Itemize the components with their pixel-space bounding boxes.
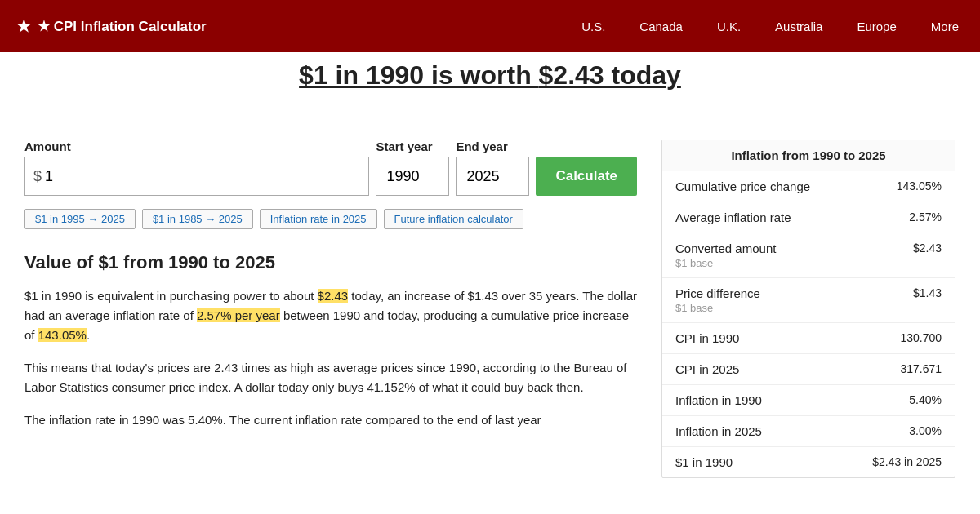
row-label-text: CPI in 2025 xyxy=(675,362,739,376)
row-value: $1.43 xyxy=(913,286,942,299)
title-value: $2.43 xyxy=(539,60,604,90)
start-year-group: Start year xyxy=(376,140,449,196)
table-row: CPI in 2025 317.671 xyxy=(662,354,955,385)
table-row: Inflation in 1990 5.40% xyxy=(662,385,955,416)
table-row: Inflation in 2025 3.00% xyxy=(662,416,955,447)
para1-value2: 2.57% per year xyxy=(197,308,280,322)
row-label-text: CPI in 1990 xyxy=(675,331,739,345)
calculate-button[interactable]: Calculate xyxy=(536,157,637,196)
para1-value3: 143.05% xyxy=(38,328,87,342)
row-value: $2.43 in 2025 xyxy=(872,455,942,468)
row-sublabel: $1 base xyxy=(675,257,776,269)
description-paragraph-3: The inflation rate in 1990 was 5.40%. Th… xyxy=(24,410,637,430)
row-value: $2.43 xyxy=(913,241,942,255)
row-label: $1 in 1990 xyxy=(675,455,733,469)
nav-uk[interactable]: U.K. xyxy=(712,16,746,37)
row-label: Price difference $1 base xyxy=(675,286,760,314)
para1-value1: $2.43 xyxy=(318,289,349,303)
table-row: Cumulative price change 143.05% xyxy=(662,171,955,202)
nav-europe[interactable]: Europe xyxy=(852,16,901,37)
quick-link-1985[interactable]: $1 in 1985 → 2025 xyxy=(142,209,253,229)
main-nav: U.S. Canada U.K. Australia Europe More xyxy=(577,16,964,37)
para1-start: $1 in 1990 is equivalent in purchasing p… xyxy=(24,289,318,303)
inflation-table: Inflation from 1990 to 2025 Cumulative p… xyxy=(662,140,956,478)
row-value: 3.00% xyxy=(909,424,942,437)
row-sublabel: $1 base xyxy=(675,302,760,314)
right-panel: Inflation from 1990 to 2025 Cumulative p… xyxy=(662,140,956,478)
calculator-form: Amount $ Start year End year Calculate xyxy=(24,140,637,196)
amount-input-wrapper: $ xyxy=(24,157,369,196)
dollar-sign: $ xyxy=(33,168,42,185)
quick-link-inflation[interactable]: Inflation rate in 2025 xyxy=(260,209,377,229)
title-prefix: $1 in 1990 is worth xyxy=(299,60,538,90)
end-year-input[interactable] xyxy=(456,157,529,196)
amount-label: Amount xyxy=(24,140,369,153)
row-label: Cumulative price change xyxy=(675,179,810,193)
inflation-table-title: Inflation from 1990 to 2025 xyxy=(662,140,955,171)
description-paragraph-1: $1 in 1990 is equivalent in purchasing p… xyxy=(24,286,637,345)
main-content: Amount $ Start year End year Calculate $… xyxy=(0,123,980,494)
table-row: Average inflation rate 2.57% xyxy=(662,202,955,233)
table-row: Price difference $1 base $1.43 xyxy=(662,278,955,323)
row-label: CPI in 1990 xyxy=(675,331,739,345)
start-year-input[interactable] xyxy=(376,157,449,196)
value-section-title: Value of $1 from 1990 to 2025 xyxy=(24,252,637,273)
table-row: $1 in 1990 $2.43 in 2025 xyxy=(662,447,955,477)
row-label-text: Inflation in 1990 xyxy=(675,393,762,407)
row-label: Converted amount $1 base xyxy=(675,241,776,269)
site-title: ★ CPI Inflation Calculator xyxy=(38,18,207,35)
row-value: 5.40% xyxy=(909,393,942,406)
row-value: 130.700 xyxy=(900,331,942,344)
table-row: Converted amount $1 base $2.43 xyxy=(662,233,955,278)
start-year-label: Start year xyxy=(376,140,449,153)
row-value: 143.05% xyxy=(897,179,942,193)
page-title: $1 in 1990 is worth $2.43 today xyxy=(0,52,980,99)
left-panel: Amount $ Start year End year Calculate $… xyxy=(24,140,637,478)
nav-canada[interactable]: Canada xyxy=(635,16,688,37)
nav-more[interactable]: More xyxy=(926,16,964,37)
end-year-group: End year xyxy=(456,140,529,196)
para1-final: . xyxy=(87,328,90,342)
star-icon: ★ xyxy=(16,16,31,36)
end-year-label: End year xyxy=(456,140,529,153)
row-label-text: Price difference xyxy=(675,286,760,300)
row-value: 2.57% xyxy=(909,210,942,224)
row-value: 317.671 xyxy=(900,362,942,375)
row-label-text: Inflation in 2025 xyxy=(675,424,762,438)
row-label-text: Converted amount xyxy=(675,241,776,255)
nav-us[interactable]: U.S. xyxy=(577,16,610,37)
amount-input[interactable] xyxy=(45,168,360,185)
quick-link-future[interactable]: Future inflation calculator xyxy=(384,209,523,229)
amount-group: Amount $ xyxy=(24,140,369,196)
table-row: CPI in 1990 130.700 xyxy=(662,323,955,354)
row-label-text: Average inflation rate xyxy=(675,210,791,224)
row-label: CPI in 2025 xyxy=(675,362,739,376)
nav-australia[interactable]: Australia xyxy=(770,16,827,37)
row-label: Average inflation rate xyxy=(675,210,791,224)
quick-link-1995[interactable]: $1 in 1995 → 2025 xyxy=(24,209,136,229)
site-logo: ★ ★ CPI Inflation Calculator xyxy=(16,16,577,36)
header: ★ ★ CPI Inflation Calculator U.S. Canada… xyxy=(0,0,980,52)
title-suffix: today xyxy=(604,60,681,90)
row-label: Inflation in 1990 xyxy=(675,393,762,407)
row-label-text: Cumulative price change xyxy=(675,179,810,193)
row-label-text: $1 in 1990 xyxy=(675,455,733,469)
quick-links: $1 in 1995 → 2025 $1 in 1985 → 2025 Infl… xyxy=(24,209,637,229)
description-paragraph-2: This means that today's prices are 2.43 … xyxy=(24,358,637,397)
row-label: Inflation in 2025 xyxy=(675,424,762,438)
